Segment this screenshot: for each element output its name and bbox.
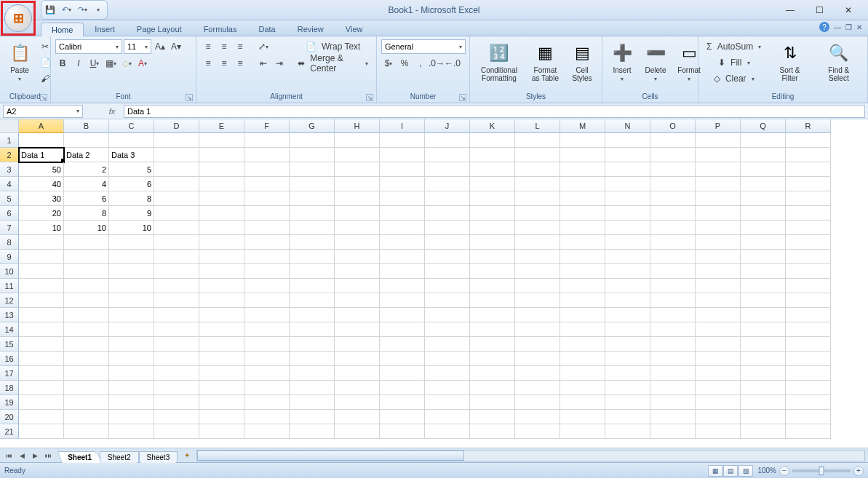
cell[interactable] (290, 337, 335, 352)
cell[interactable] (64, 424, 109, 439)
increase-decimal-icon[interactable]: .0→ (429, 56, 444, 71)
cell[interactable] (154, 264, 199, 279)
cell[interactable] (650, 177, 696, 191)
find-select-button[interactable]: 🔍Find & Select (815, 39, 863, 84)
cell[interactable] (64, 322, 109, 337)
cell[interactable] (560, 250, 605, 264)
cell[interactable] (560, 264, 605, 279)
cell[interactable] (605, 250, 650, 264)
cell[interactable]: 10 (64, 221, 109, 235)
cell[interactable] (696, 308, 741, 322)
cell[interactable] (19, 410, 64, 424)
redo-icon[interactable]: ↷▾ (76, 4, 88, 16)
cell[interactable] (470, 206, 515, 221)
cell[interactable] (244, 148, 290, 162)
cell[interactable] (335, 322, 380, 337)
cell[interactable] (335, 410, 380, 424)
cell[interactable] (650, 352, 696, 366)
tab-review[interactable]: Review (287, 22, 335, 36)
cell[interactable] (19, 366, 64, 381)
increase-indent-icon[interactable]: ⇥ (272, 56, 287, 71)
cell[interactable] (425, 352, 470, 366)
cell[interactable] (515, 352, 560, 366)
cell[interactable] (244, 264, 290, 279)
cell[interactable] (335, 352, 380, 366)
cell[interactable] (425, 366, 470, 381)
cell[interactable] (290, 191, 335, 206)
name-box[interactable]: A2▾ (3, 105, 83, 118)
cell[interactable] (470, 177, 515, 191)
cell[interactable] (64, 293, 109, 308)
cell[interactable] (19, 279, 64, 293)
tab-page-layout[interactable]: Page Layout (126, 22, 193, 36)
cell[interactable] (380, 424, 425, 439)
cell[interactable] (605, 133, 650, 148)
cell[interactable] (290, 424, 335, 439)
cell[interactable] (335, 206, 380, 221)
cell[interactable] (425, 191, 470, 206)
cell[interactable] (199, 410, 244, 424)
cell[interactable] (470, 395, 515, 410)
cell[interactable] (696, 148, 741, 162)
cell[interactable] (19, 424, 64, 439)
cell[interactable] (335, 337, 380, 352)
row-header[interactable]: 19 (0, 395, 19, 410)
cell[interactable] (290, 381, 335, 395)
cell[interactable] (741, 395, 786, 410)
decrease-decimal-icon[interactable]: ←.0 (445, 56, 460, 71)
cell[interactable] (380, 410, 425, 424)
cell[interactable] (154, 133, 199, 148)
cell[interactable] (470, 424, 515, 439)
cell[interactable] (380, 366, 425, 381)
cell[interactable] (425, 381, 470, 395)
cell[interactable] (470, 337, 515, 352)
column-header[interactable]: D (154, 119, 199, 133)
row-header[interactable]: 8 (0, 235, 19, 250)
cell[interactable] (244, 279, 290, 293)
cell[interactable] (650, 381, 696, 395)
cell[interactable] (515, 424, 560, 439)
cell[interactable] (560, 133, 605, 148)
cell[interactable] (199, 366, 244, 381)
cell[interactable] (154, 395, 199, 410)
cell[interactable] (109, 133, 154, 148)
cell[interactable] (560, 381, 605, 395)
cell[interactable] (470, 279, 515, 293)
formula-input[interactable]: Data 1 (124, 105, 865, 118)
cell[interactable] (741, 250, 786, 264)
cell[interactable] (199, 322, 244, 337)
cell[interactable] (605, 366, 650, 381)
cell[interactable] (19, 235, 64, 250)
cell[interactable] (425, 279, 470, 293)
cell[interactable] (650, 148, 696, 162)
cell[interactable] (696, 235, 741, 250)
cell[interactable] (154, 337, 199, 352)
cell[interactable] (470, 308, 515, 322)
cell[interactable] (515, 206, 560, 221)
cell[interactable] (380, 177, 425, 191)
cell[interactable]: 4 (64, 177, 109, 191)
cell[interactable] (741, 293, 786, 308)
align-left-icon[interactable]: ≡ (201, 56, 215, 71)
cell[interactable] (380, 191, 425, 206)
cell[interactable] (109, 366, 154, 381)
currency-icon[interactable]: $▾ (381, 56, 396, 71)
row-header[interactable]: 20 (0, 410, 19, 424)
cell[interactable] (650, 133, 696, 148)
cell[interactable] (605, 424, 650, 439)
row-header[interactable]: 5 (0, 191, 19, 206)
cell[interactable] (335, 221, 380, 235)
delete-cells-button[interactable]: ➖Delete▾ (640, 39, 671, 85)
next-sheet-icon[interactable]: ▶ (29, 450, 41, 461)
column-header[interactable]: N (605, 119, 650, 133)
row-header[interactable]: 16 (0, 352, 19, 366)
cell[interactable] (515, 395, 560, 410)
cell[interactable] (515, 410, 560, 424)
cell[interactable] (199, 162, 244, 177)
cell[interactable] (380, 322, 425, 337)
tab-insert[interactable]: Insert (84, 22, 126, 36)
zoom-in-button[interactable]: + (853, 466, 864, 476)
cell[interactable] (786, 366, 831, 381)
column-header[interactable]: R (786, 119, 831, 133)
cell[interactable] (741, 133, 786, 148)
